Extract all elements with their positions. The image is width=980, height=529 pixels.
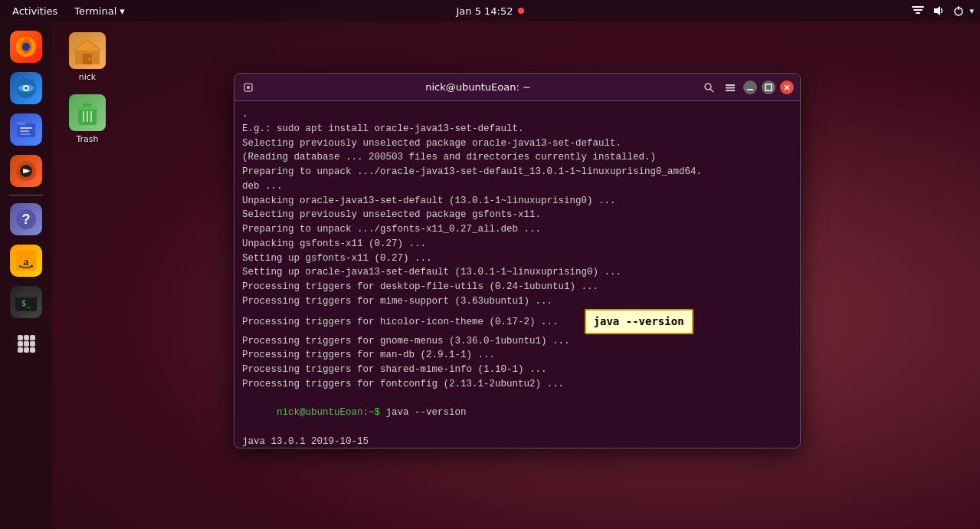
terminal-dock-icon: $_	[10, 286, 42, 318]
terminal-line: E.g.: sudo apt install oracle-java13-set…	[242, 122, 792, 136]
trash-icon-label: Trash	[76, 134, 98, 144]
dock-item-thunderbird[interactable]	[3, 69, 49, 107]
titlebar-pin[interactable]	[241, 80, 256, 95]
terminal-menu[interactable]: Terminal ▾	[68, 5, 130, 17]
terminal-title: nick@ubuntuEoan: ~	[256, 81, 700, 93]
rhythmbox-icon	[10, 155, 42, 187]
svg-rect-14	[20, 127, 32, 129]
terminal-maximize-button[interactable]	[762, 80, 775, 94]
dock-item-help[interactable]: ?	[3, 200, 49, 238]
terminal-line: Processing triggers for man-db (2.9.1-1)…	[242, 348, 792, 363]
terminal-prompt-1: nick@ubuntuEoan:~$ java --version	[242, 392, 792, 435]
dock-item-files[interactable]	[3, 110, 49, 149]
volume-icon[interactable]	[932, 5, 945, 17]
svg-rect-42	[83, 104, 92, 107]
svg-rect-47	[247, 86, 250, 89]
terminal-line: Preparing to unpack .../gsfonts-x11_0.27…	[242, 222, 792, 237]
dock-item-rhythmbox[interactable]	[3, 152, 49, 190]
terminal-menu-label: Terminal	[74, 5, 116, 17]
svg-rect-53	[747, 89, 753, 90]
terminal-controls	[700, 79, 794, 96]
terminal-close-button[interactable]	[780, 80, 794, 94]
terminal-line: Processing triggers for shared-mime-info…	[242, 363, 792, 377]
terminal-line: Setting up gsfonts-x11 (0.27) ...	[242, 251, 792, 266]
recording-indicator	[518, 8, 524, 14]
svg-line-49	[710, 89, 713, 92]
terminal-line: Preparing to unpack .../oracle-java13-se…	[242, 165, 792, 179]
terminal-line: Processing triggers for desktop-file-uti…	[242, 280, 792, 294]
prompt-text: nick@ubuntuEoan:~$	[277, 407, 380, 418]
svg-rect-28	[18, 335, 23, 340]
terminal-line: .	[242, 107, 792, 122]
svg-point-8	[22, 43, 30, 51]
appgrid-icon	[10, 327, 42, 360]
svg-rect-0	[912, 6, 924, 8]
svg-rect-41	[77, 107, 98, 110]
topbar-left: Activities Terminal ▾	[6, 5, 131, 17]
svg-rect-29	[24, 335, 29, 340]
terminal-search-button[interactable]	[700, 79, 717, 96]
desktop-icon-home[interactable]: nick	[60, 29, 115, 85]
svg-marker-3	[934, 6, 940, 15]
home-icon-label: nick	[79, 72, 96, 82]
terminal-line: Processing triggers for fontconfig (2.13…	[242, 377, 792, 392]
dock-item-amazon[interactable]: a	[3, 242, 49, 280]
terminal-java-version-1: java 13.0.1 2019-10-15	[242, 435, 792, 448]
svg-point-39	[89, 58, 91, 61]
dock-item-firefox[interactable]	[3, 28, 49, 66]
terminal-line: Unpacking gsfonts-x11 (0.27) ...	[242, 237, 792, 251]
dock: ? a $_	[0, 21, 52, 529]
terminal-line: Setting up oracle-java13-set-default (13…	[242, 265, 792, 280]
svg-rect-52	[726, 90, 735, 91]
terminal-minimize-button[interactable]	[743, 80, 757, 94]
svg-point-11	[25, 87, 28, 90]
terminal-line: deb ...	[242, 179, 792, 194]
files-icon	[10, 113, 42, 146]
trash-folder-icon	[69, 94, 106, 131]
svg-text:?: ?	[22, 212, 31, 227]
terminal-menu-button[interactable]	[722, 79, 739, 96]
topbar-right: ▾	[911, 5, 974, 17]
dock-divider	[9, 195, 43, 196]
desktop-icon-trash[interactable]: Trash	[60, 91, 115, 147]
java-tooltip: java --version	[585, 309, 693, 334]
svg-rect-13	[17, 122, 26, 125]
terminal-line: Selecting previously unselected package …	[242, 208, 792, 222]
terminal-window: nick@ubuntuEoan: ~	[234, 73, 801, 449]
topbar: Activities Terminal ▾ Jan 5 14:52 ▾	[0, 0, 980, 21]
svg-rect-31	[18, 341, 23, 347]
terminal-line: Processing triggers for mime-support (3.…	[242, 294, 792, 309]
help-icon: ?	[10, 203, 42, 235]
svg-rect-33	[30, 341, 35, 347]
svg-rect-32	[24, 341, 29, 347]
svg-rect-36	[30, 347, 35, 353]
dock-item-appgrid[interactable]	[3, 324, 49, 363]
terminal-titlebar: nick@ubuntuEoan: ~	[234, 74, 800, 101]
terminal-line: Unpacking oracle-java13-set-default (13.…	[242, 194, 792, 209]
dock-item-terminal[interactable]: $_	[3, 283, 49, 321]
svg-rect-1	[913, 9, 923, 11]
power-icon[interactable]	[952, 5, 965, 17]
desktop-icons: nick Trash	[60, 29, 115, 147]
svg-rect-16	[20, 133, 31, 135]
svg-rect-26	[15, 293, 37, 297]
svg-text:a: a	[24, 256, 29, 268]
svg-point-48	[705, 84, 711, 90]
svg-rect-2	[916, 12, 920, 14]
activities-button[interactable]: Activities	[6, 5, 64, 17]
terminal-menu-arrow: ▾	[120, 5, 125, 17]
datetime-label: Jan 5 14:52	[456, 5, 513, 17]
terminal-body[interactable]: . E.g.: sudo apt install oracle-java13-s…	[234, 101, 800, 448]
network-icon[interactable]	[911, 5, 925, 17]
topbar-clock: Jan 5 14:52	[456, 5, 523, 17]
terminal-line: Selecting previously unselected package …	[242, 136, 792, 151]
power-arrow[interactable]: ▾	[969, 6, 974, 16]
svg-rect-15	[20, 130, 29, 132]
svg-rect-35	[24, 347, 29, 353]
svg-text:$_: $_	[21, 299, 31, 308]
svg-rect-51	[726, 87, 735, 88]
terminal-line: Processing triggers for gnome-menus (3.3…	[242, 334, 792, 349]
thunderbird-icon	[10, 72, 42, 104]
terminal-line: Processing triggers for hicolor-icon-the…	[242, 309, 792, 334]
amazon-icon: a	[10, 245, 42, 277]
